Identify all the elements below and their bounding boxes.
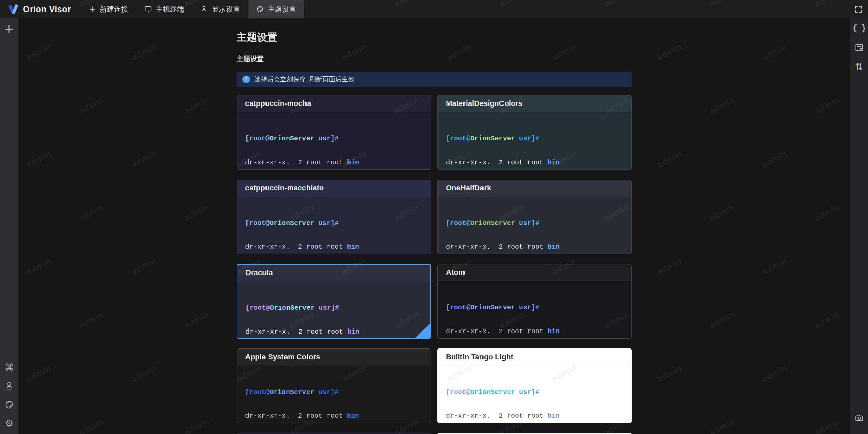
monitor-icon (144, 5, 152, 13)
right-sidebar: { } ⇅ (850, 18, 868, 434)
page-title: 主题设置 (237, 31, 632, 43)
notice-banner: i 选择后会立刻保存, 刷新页面后生效 (237, 72, 632, 87)
tab-label: 主机终端 (156, 4, 184, 14)
theme-card-header: Dracula (237, 265, 430, 281)
tab-host-terminal[interactable]: 主机终端 (136, 0, 192, 18)
gear-icon: ⚙ (5, 419, 13, 428)
theme-card-header: catppuccin-mocha (237, 95, 431, 112)
info-icon: i (242, 76, 250, 83)
braces-icon: { } (853, 24, 865, 33)
command-icon: ⌘ (5, 363, 14, 372)
plus-icon: + (4, 23, 14, 34)
theme-card-onehalfdark[interactable]: OneHalfDark [root@OrionServer usr]# dr-x… (437, 180, 632, 254)
brand: Orion Visor (0, 0, 71, 18)
top-tabs: 新建连接 主机终端 显示设置 主题设置 (80, 0, 304, 18)
topbar-spacer (304, 0, 849, 18)
brand-name: Orion Visor (23, 4, 71, 14)
theme-card-header: Apple System Colors (237, 349, 431, 365)
tab-new-connection[interactable]: 新建连接 (80, 0, 136, 18)
theme-card-catppuccin-mocha[interactable]: catppuccin-mocha [root@OrionServer usr]#… (237, 95, 431, 170)
theme-card-header: MaterialDesignColors (438, 95, 631, 112)
tab-theme-settings[interactable]: 主题设置 (248, 0, 304, 18)
check-icon: ✓ (430, 330, 431, 337)
section-title: 主题设置 (237, 54, 632, 63)
theme-terminal-preview: [root@OrionServer usr]# dr-xr-xr-x. 2 ro… (237, 112, 431, 170)
theme-card-grid: catppuccin-mocha [root@OrionServer usr]#… (237, 95, 632, 434)
theme-terminal-preview: [root@OrionServer usr]# dr-xr-xr-x. 2 ro… (438, 112, 631, 170)
fullscreen-button[interactable] (849, 0, 868, 18)
shortcut-keys-button[interactable]: ⌘ (2, 360, 16, 374)
theme-name: MaterialDesignColors (446, 99, 522, 108)
tab-display-settings[interactable]: 显示设置 (192, 0, 248, 18)
theme-card-materialdesigncolors[interactable]: MaterialDesignColors [root@OrionServer u… (437, 95, 632, 170)
theme-terminal-preview: [root@OrionServer usr]# dr-xr-xr-x. 2 ro… (237, 196, 431, 254)
display-settings-button[interactable] (2, 379, 16, 393)
left-sidebar-bottom: ⌘ ⚙ (2, 360, 16, 434)
theme-name: Apple System Colors (245, 353, 320, 361)
theme-terminal-preview: [root@OrionServer usr]# dr-xr-xr-x. 2 ro… (438, 196, 631, 254)
right-sidebar-top: { } ⇅ (852, 22, 866, 73)
main-panel: 主题设置 主题设置 i 选择后会立刻保存, 刷新页面后生效 catppuccin… (18, 18, 850, 434)
right-sidebar-bottom (852, 411, 866, 434)
variables-button[interactable]: { } (852, 22, 866, 35)
theme-name: catppuccin-macchiato (245, 184, 324, 192)
theme-terminal-preview: [root@OrionServer usr]# dr-xr-xr-x. 2 ro… (438, 281, 631, 339)
orion-visor-logo-icon (7, 4, 19, 14)
theme-name: Dracula (245, 268, 273, 277)
tab-label: 新建连接 (100, 4, 128, 14)
theme-name: Atom (446, 268, 465, 277)
theme-card-catppuccin-macchiato[interactable]: catppuccin-macchiato [root@OrionServer u… (237, 180, 431, 254)
plus-icon (88, 5, 96, 13)
settings-button[interactable]: ⚙ (2, 416, 16, 430)
palette-icon (256, 5, 264, 13)
screenshot-button[interactable] (852, 411, 866, 424)
selected-corner: ✓ (415, 323, 430, 338)
theme-card-dracula[interactable]: Dracula [root@OrionServer usr]# dr-xr-xr… (237, 264, 431, 339)
theme-terminal-preview: [root@OrionServer usr]# dr-xr-xr-x. 2 ro… (438, 365, 631, 423)
theme-terminal-preview: [root@OrionServer usr]# dr-xr-xr-x. 2 ro… (237, 281, 430, 339)
stamp-icon (200, 5, 208, 13)
new-connection-button[interactable]: + (2, 22, 16, 35)
tab-label: 主题设置 (268, 4, 296, 14)
theme-card-apple-system-colors[interactable]: Apple System Colors [root@OrionServer us… (237, 348, 431, 423)
left-sidebar: + ⌘ ⚙ (0, 18, 18, 434)
theme-name: OneHalfDark (446, 184, 491, 192)
theme-settings-button[interactable] (2, 398, 16, 411)
tab-label: 显示设置 (212, 4, 240, 14)
fullscreen-icon (854, 5, 863, 14)
theme-card-header: catppuccin-macchiato (237, 180, 431, 196)
theme-card-header: OneHalfDark (438, 180, 631, 196)
doc-bookmark-icon (855, 43, 864, 52)
notice-text: 选择后会立刻保存, 刷新页面后生效 (254, 75, 355, 84)
camera-icon (855, 413, 864, 422)
theme-card-builtin-tango-light[interactable]: Builtin Tango Light [root@OrionServer us… (437, 348, 632, 423)
theme-card-header: Atom (438, 264, 631, 281)
stamp-icon (5, 381, 14, 390)
top-bar: Orion Visor 新建连接 主机终端 显示设置 (0, 0, 868, 18)
theme-card-atom[interactable]: Atom [root@OrionServer usr]# dr-xr-xr-x.… (437, 264, 632, 339)
theme-card-header: Builtin Tango Light (438, 349, 631, 365)
sort-arrows-icon: ⇅ (855, 62, 863, 71)
palette-icon (5, 400, 14, 409)
theme-name: Builtin Tango Light (446, 353, 513, 361)
transfer-button[interactable]: ⇅ (852, 60, 866, 73)
theme-name: catppuccin-mocha (245, 99, 311, 108)
theme-terminal-preview: [root@OrionServer usr]# dr-xr-xr-x. 2 ro… (237, 365, 431, 423)
command-snippets-button[interactable] (852, 41, 866, 54)
